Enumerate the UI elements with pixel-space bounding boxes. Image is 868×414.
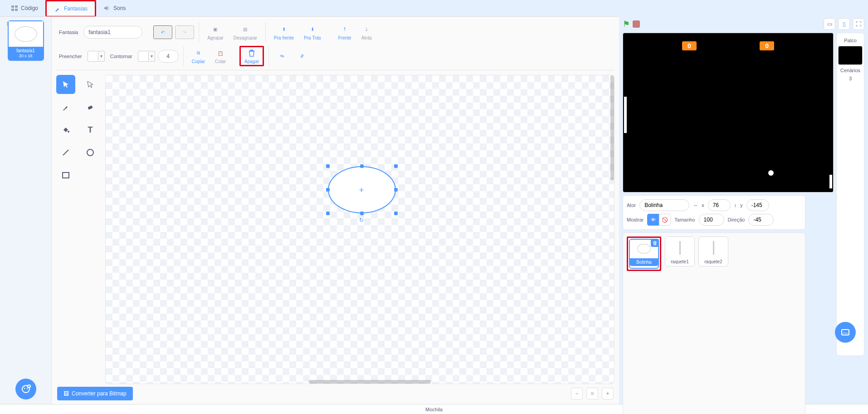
zoom-reset-button[interactable]: = bbox=[586, 388, 598, 399]
fullscreen-button[interactable]: ⛶ bbox=[853, 18, 864, 30]
size-input[interactable] bbox=[699, 214, 724, 226]
copy-icon: ⧉ bbox=[193, 48, 203, 58]
vertical-scrollbar[interactable] bbox=[610, 75, 614, 180]
forward-button[interactable]: ⬆Pra frente bbox=[270, 24, 297, 41]
svg-point-9 bbox=[68, 131, 69, 133]
show-label: Mostrar bbox=[627, 217, 644, 222]
front-icon: ⤒ bbox=[340, 25, 350, 34]
selection-box[interactable]: ✛ ↻ bbox=[328, 166, 396, 221]
convert-bitmap-button[interactable]: 🖼 Converter para Bitmap bbox=[57, 387, 133, 400]
tab-sounds[interactable]: Sons bbox=[96, 0, 133, 16]
undo-icon: ↶ bbox=[158, 27, 168, 37]
svg-rect-2 bbox=[11, 9, 14, 11]
outline-dropdown[interactable]: ▾ bbox=[149, 51, 155, 62]
text-tool[interactable]: T bbox=[81, 120, 100, 139]
add-backdrop-button[interactable] bbox=[835, 322, 856, 343]
direction-input[interactable] bbox=[748, 214, 774, 226]
select-tool[interactable] bbox=[56, 75, 75, 94]
score-right: 0 bbox=[760, 41, 774, 50]
copy-button[interactable]: ⧉Copiar bbox=[188, 47, 209, 65]
image-icon: 🖼 bbox=[63, 390, 69, 397]
flip-vertical-button[interactable]: ⇵ bbox=[293, 50, 311, 62]
arrow-up-icon: ⬆ bbox=[279, 25, 289, 34]
stroke-width-input[interactable] bbox=[158, 50, 179, 63]
paste-button[interactable]: 📋Colar bbox=[211, 47, 229, 65]
scenes-count: 3 bbox=[849, 76, 852, 81]
size-label: Tamanho bbox=[674, 217, 695, 222]
costume-index: 1 bbox=[6, 21, 9, 26]
sprite-info: Ator ↔ x ↕ y Mostrar 👁 🚫 bbox=[623, 195, 805, 230]
tool-palette: T bbox=[56, 75, 102, 384]
small-stage-button[interactable]: ▭ bbox=[824, 18, 835, 30]
outline-swatch[interactable] bbox=[138, 51, 149, 62]
zoom-out-button[interactable]: − bbox=[571, 388, 583, 399]
backward-button[interactable]: ⬇Pra Trás bbox=[300, 24, 325, 41]
circle-tool[interactable] bbox=[81, 143, 100, 162]
green-flag-button[interactable]: ⚑ bbox=[623, 19, 630, 29]
costume-name-input[interactable] bbox=[83, 26, 142, 39]
sprite-item-raquete1[interactable]: raquete1 bbox=[665, 237, 695, 266]
flip-v-icon: ⇵ bbox=[297, 51, 307, 61]
stage-thumbnail[interactable] bbox=[838, 46, 863, 65]
front-button[interactable]: ⤒Frente bbox=[335, 24, 355, 41]
group-button[interactable]: ▣Agrupar bbox=[204, 24, 227, 41]
y-input[interactable] bbox=[746, 199, 769, 211]
brush-tool[interactable] bbox=[56, 98, 75, 117]
center-crosshair-icon: ✛ bbox=[359, 187, 364, 193]
stage[interactable]: 0 0 bbox=[623, 33, 834, 192]
reshape-tool[interactable] bbox=[81, 75, 100, 94]
zoom-in-button[interactable]: + bbox=[602, 388, 614, 399]
xy-icon: ↔ bbox=[693, 202, 698, 208]
y-icon: ↕ bbox=[734, 202, 737, 208]
delete-button[interactable]: Apagar bbox=[241, 47, 263, 65]
brush-icon bbox=[54, 5, 61, 12]
redo-button[interactable]: ↷ bbox=[175, 25, 194, 39]
fill-swatch[interactable] bbox=[88, 51, 98, 62]
eraser-tool[interactable] bbox=[81, 98, 100, 117]
ungroup-button[interactable]: ▤Desagrupar bbox=[230, 24, 261, 41]
rect-tool[interactable] bbox=[56, 166, 75, 185]
sprite-item-bolinha[interactable]: 🗑 Bolinha bbox=[629, 239, 659, 269]
undo-button[interactable]: ↶ bbox=[153, 25, 172, 39]
eye-off-icon: 🚫 bbox=[662, 217, 668, 223]
trash-icon: 🗑 bbox=[653, 240, 658, 246]
costume-item[interactable]: fantasia1 20 x 18 bbox=[8, 20, 44, 61]
paddle-right bbox=[829, 175, 832, 188]
svg-rect-1 bbox=[15, 5, 18, 8]
speaker-icon bbox=[103, 5, 111, 12]
ball bbox=[768, 170, 774, 176]
svg-point-5 bbox=[24, 388, 24, 389]
actor-label: Ator bbox=[627, 202, 636, 208]
canvas[interactable]: ✛ ↻ bbox=[105, 75, 614, 384]
sprite-name-input[interactable] bbox=[639, 199, 689, 211]
cat-plus-icon bbox=[20, 384, 31, 394]
x-input[interactable] bbox=[708, 199, 731, 211]
large-stage-button[interactable]: ▯ bbox=[838, 18, 850, 30]
x-label: x bbox=[702, 202, 704, 208]
svg-point-11 bbox=[87, 149, 93, 156]
stop-button[interactable] bbox=[633, 20, 640, 28]
svg-rect-3 bbox=[15, 9, 18, 11]
show-button[interactable]: 👁 bbox=[647, 214, 659, 226]
delete-sprite-button[interactable]: 🗑 bbox=[651, 239, 659, 247]
ungroup-icon: ▤ bbox=[240, 25, 250, 34]
costume-name: fantasia1 bbox=[9, 48, 43, 54]
tab-code-label: Código bbox=[21, 5, 38, 11]
svg-rect-12 bbox=[63, 172, 69, 178]
costume-name-label: Fantasia bbox=[56, 30, 81, 35]
tab-code[interactable]: Código bbox=[4, 0, 45, 16]
flip-horizontal-button[interactable]: ⇋ bbox=[273, 50, 291, 62]
fill-tool[interactable] bbox=[56, 120, 75, 139]
sprite-item-raquete2[interactable]: raquete2 bbox=[698, 237, 728, 266]
line-tool[interactable] bbox=[56, 143, 75, 162]
fill-dropdown[interactable]: ▾ bbox=[98, 51, 105, 62]
back-button[interactable]: ⤓Atrás bbox=[358, 24, 375, 41]
rotate-handle-icon[interactable]: ↻ bbox=[359, 217, 364, 223]
hide-button[interactable]: 🚫 bbox=[659, 214, 671, 226]
add-costume-button[interactable] bbox=[15, 379, 36, 399]
svg-point-6 bbox=[26, 388, 27, 389]
tab-costumes[interactable]: Fantasias bbox=[47, 1, 95, 16]
y-label: y bbox=[740, 202, 743, 208]
costume-size: 20 x 18 bbox=[9, 54, 43, 59]
horizontal-scrollbar[interactable] bbox=[309, 380, 431, 384]
